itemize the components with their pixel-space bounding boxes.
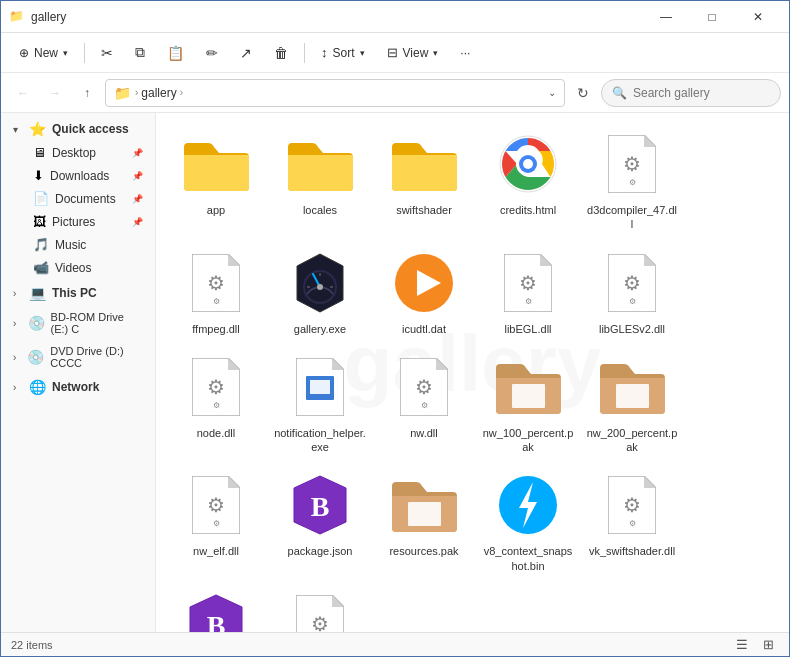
search-input[interactable] [633,86,763,100]
json-icon-package: B [285,470,355,540]
svg-marker-59 [332,595,344,607]
sidebar-section-this-pc: › 💻 This PC [1,281,155,305]
dll-icon-vkswift: ⚙ ⚙ [597,470,667,540]
svg-point-15 [317,284,323,290]
list-view-button[interactable]: ☰ [731,634,753,656]
sidebar-item-videos[interactable]: 📹 Videos [5,256,151,279]
pak-icon-nw100 [493,352,563,422]
copy-button[interactable]: ⧉ [125,38,155,68]
file-item-gallery-exe[interactable]: gallery.exe [270,242,370,342]
path-chevron-2: › [180,87,183,98]
svg-text:⚙: ⚙ [525,297,532,306]
file-item-vkswift[interactable]: ⚙ ⚙ vk_swiftshader.dll [582,464,682,579]
pak-icon-nw200 [597,352,667,422]
pictures-pin-icon: 📌 [132,217,143,227]
address-path-bar[interactable]: 📁 › gallery › ⌄ [105,79,565,107]
maximize-button[interactable]: □ [689,1,735,33]
file-item-d3d[interactable]: ⚙ ⚙ d3dcompiler_47.dll [582,123,682,238]
refresh-button[interactable]: ↻ [569,79,597,107]
videos-icon: 📹 [33,260,49,275]
svg-text:B: B [311,491,330,522]
rename-icon: ✏ [206,45,218,61]
file-item-notification[interactable]: notification_helper.exe [270,346,370,461]
paste-icon: 📋 [167,45,184,61]
file-item-credits[interactable]: credits.html [478,123,578,238]
file-name-node: node.dll [197,426,236,440]
file-item-swiftshader[interactable]: swiftshader [374,123,474,238]
sidebar-item-music[interactable]: 🎵 Music [5,233,151,256]
sort-button[interactable]: ↕ Sort ▾ [311,38,375,68]
bd-rom-label: BD-ROM Drive (E:) C [51,311,143,335]
share-button[interactable]: ↗ [230,38,262,68]
new-button[interactable]: ⊕ New ▾ [9,38,78,68]
more-button[interactable]: ··· [450,38,480,68]
paste-button[interactable]: 📋 [157,38,194,68]
this-pc-header[interactable]: › 💻 This PC [5,281,151,305]
toolbar: ⊕ New ▾ ✂ ⧉ 📋 ✏ ↗ 🗑 ↕ Sort ▾ ⊟ [1,33,789,73]
file-name-resources: resources.pak [389,544,458,558]
file-name-icudtl: icudtl.dat [402,322,446,336]
file-item-vulkan[interactable]: ⚙ ⚙ vulkan-1.dll [270,583,370,632]
file-name-app: app [207,203,225,217]
sidebar-item-pictures[interactable]: 🖼 Pictures 📌 [5,210,151,233]
downloads-icon: ⬇ [33,168,44,183]
file-item-ffmpeg[interactable]: ⚙ ⚙ ffmpeg.dll [166,242,266,342]
delete-icon: 🗑 [274,45,288,61]
bd-rom-icon: 💿 [28,315,45,331]
file-name-notification: notification_helper.exe [274,426,366,455]
minimize-button[interactable]: — [643,1,689,33]
status-item-count: 22 items [11,639,53,651]
svg-text:⚙: ⚙ [207,272,225,294]
back-button[interactable]: ← [9,79,37,107]
quick-access-header[interactable]: ▾ ⭐ Quick access [5,117,151,141]
file-item-icudtl[interactable]: icudtl.dat [374,242,474,342]
up-button[interactable]: ↑ [73,79,101,107]
pictures-label: Pictures [52,215,130,229]
file-item-nw200[interactable]: nw_200_percent.pak [582,346,682,461]
delete-button[interactable]: 🗑 [264,38,298,68]
sidebar-item-desktop[interactable]: 🖥 Desktop 📌 [5,141,151,164]
view-chevron-icon: ▾ [433,48,438,58]
view-button[interactable]: ⊟ View ▾ [377,38,449,68]
cut-button[interactable]: ✂ [91,38,123,68]
file-item-app[interactable]: app [166,123,266,238]
svg-text:⚙: ⚙ [623,153,641,175]
rename-button[interactable]: ✏ [196,38,228,68]
quick-access-chevron-icon: ▾ [13,124,25,135]
desktop-pin-icon: 📌 [132,148,143,158]
forward-button[interactable]: → [41,79,69,107]
network-header[interactable]: › 🌐 Network [5,375,151,399]
file-item-libgles[interactable]: ⚙ ⚙ libGLESv2.dll [582,242,682,342]
quick-access-star-icon: ⭐ [29,121,46,137]
documents-icon: 📄 [33,191,49,206]
grid-view-button[interactable]: ⊞ [757,634,779,656]
file-name-libgles: libGLESv2.dll [599,322,665,336]
file-name-d3d: d3dcompiler_47.dll [586,203,678,232]
title-bar: 📁 gallery — □ ✕ [1,1,789,33]
file-item-node[interactable]: ⚙ ⚙ node.dll [166,346,266,461]
dll-icon-libgles: ⚙ ⚙ [597,248,667,318]
sidebar-item-downloads[interactable]: ⬇ Downloads 📌 [5,164,151,187]
file-item-v8[interactable]: v8_context_snapshot.bin [478,464,578,579]
sidebar-item-documents[interactable]: 📄 Documents 📌 [5,187,151,210]
path-chevron-1: › [135,87,138,98]
file-item-nw100[interactable]: nw_100_percent.pak [478,346,578,461]
search-box[interactable]: 🔍 [601,79,781,107]
dat-icon-icudtl [389,248,459,318]
back-icon: ← [17,86,29,100]
file-item-resources[interactable]: resources.pak [374,464,474,579]
documents-label: Documents [55,192,130,206]
file-item-package[interactable]: B package.json [270,464,370,579]
bd-rom-header[interactable]: › 💿 BD-ROM Drive (E:) C [5,307,151,339]
file-item-vkicd[interactable]: B vk_swiftshader_icd.json [166,583,266,632]
file-item-locales[interactable]: locales [270,123,370,238]
exe-icon-notification [285,352,355,422]
dvd-header[interactable]: › 💿 DVD Drive (D:) CCCC [5,341,151,373]
file-name-ffmpeg: ffmpeg.dll [192,322,240,336]
svg-marker-9 [228,254,240,266]
close-button[interactable]: ✕ [735,1,781,33]
file-item-libegl[interactable]: ⚙ ⚙ libEGL.dll [478,242,578,342]
file-item-nwelf[interactable]: ⚙ ⚙ nw_elf.dll [166,464,266,579]
file-item-nw[interactable]: ⚙ ⚙ nw.dll [374,346,474,461]
file-grid: app locales [166,123,779,632]
